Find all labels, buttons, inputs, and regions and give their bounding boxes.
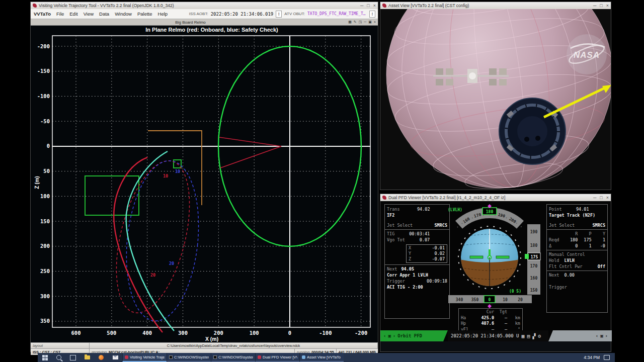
mail-button[interactable] [108,353,122,362]
next-tab-icon[interactable]: › [393,333,395,338]
asset-view-titlebar[interactable]: Asset View [VVTaTo 2.2 final] (CST confi… [380,2,611,9]
taskbar-button-asset-view[interactable]: Asset View [VVTaTo 3... [299,353,344,362]
nasa-logo: NASA [567,34,607,74]
prev-tab-icon[interactable]: ‹ [383,333,386,338]
app-icon [302,355,305,359]
hp-unit: km [507,321,520,327]
time-spinner[interactable]: ▲ ▼ [276,11,282,18]
menu-help[interactable]: Help [157,11,169,17]
menu-data[interactable]: Data [99,11,110,17]
minimize-icon[interactable]: ─ [593,196,596,200]
minimize-icon[interactable]: ─ [593,4,596,8]
task-view-button[interactable] [66,353,80,362]
asset-view-window: Asset View [VVTaTo 2.2 final] (CST confi… [380,2,611,190]
menu-palette[interactable]: Palette [137,11,153,17]
svg-text:300: 300 [178,330,188,336]
safety-trajectory-dashed [119,157,206,325]
restore-icon[interactable]: ▣ [368,20,372,24]
dual-pfd-title: Dual PFD Viewer [VVTaTo 2.2 final] [r1_4… [388,195,591,200]
curve-label-blue-20: 20 [169,261,174,266]
fcp-label: Flt Cntrl Pwr [549,263,583,269]
manual-control-label: Manual Control [549,251,585,257]
trigger-label: Trigger [387,278,405,284]
maximize-icon[interactable]: □ [600,4,602,8]
gear-icon[interactable]: ⚙ [538,333,541,339]
iss-aobt-value: 2022:05:20 21:34:06.019 [211,12,274,17]
detach-icon[interactable]: ◳ [359,20,362,24]
taskbar-button-cmd1[interactable]: C:\WINDOWS\system... [167,353,211,362]
layout-label: layout [31,343,90,348]
network-icon[interactable]: ▞ [533,333,536,339]
app-icon [125,355,128,359]
menu-file[interactable]: File [56,11,64,17]
approach-corridor-lines [219,137,281,168]
vvtato-titlebar[interactable]: Visiting Vehicle Trajectory Tool - VVTaT… [31,2,378,9]
point-label: Point [549,206,562,212]
search-button[interactable] [52,353,66,362]
obut-spinner[interactable]: ▲ ▼ [369,11,375,18]
taskbar-clock[interactable]: 4:34 PM [584,355,600,360]
next-tab-icon[interactable]: › [605,333,608,338]
spinner-down-icon[interactable]: ▼ [371,14,373,16]
calendar-icon[interactable]: ▦ [521,333,524,339]
display-icon[interactable]: ▤ [527,333,530,339]
search-icon [56,355,61,360]
close-icon[interactable]: × [606,196,609,200]
prev-tab-icon[interactable]: ‹ [596,333,598,338]
burn-panel: Trans 94.02 IF2 Jet Select SMRCS TIG 00:… [384,204,450,319]
close-icon[interactable]: × [373,4,376,8]
firefox-icon [99,355,104,360]
roll-tape: 340 350 0 10 20 [448,295,532,308]
menu-window[interactable]: Window [114,11,132,17]
menubar: VVTaTo File Edit View Data Window Palett… [31,9,378,19]
jet-select-label: Jet Select [549,222,575,228]
maximize-icon[interactable]: □ [600,196,602,200]
taskbar-button-vvtato[interactable]: Visiting Vehicle Trajec... [122,353,167,362]
trans-label: Trans [387,206,400,212]
nasa-logo-text: NASA [574,50,600,60]
next-label: Next [387,266,397,272]
spinner-down-icon[interactable]: ▼ [278,14,280,16]
minimize-icon[interactable]: ─ [364,20,366,24]
start-button[interactable] [38,353,52,362]
taskbar-button-dual-pfd[interactable]: Dual PFD Viewer [VVT... [255,353,299,362]
close-icon[interactable]: × [374,20,376,24]
file-explorer-button[interactable] [80,353,94,362]
windows-logo-icon [42,355,48,360]
orbit-pfd-tab[interactable]: ‹ ▣ › Orbit PFD [380,330,448,341]
big-board-relmo-titlebar[interactable]: Big Board Relmo ▦ ✎ ◳ ─ ▣ × [31,19,378,26]
delta-y: -0 [592,243,605,249]
plot-frame [52,36,370,327]
inner-window-title: Big Board Relmo [33,20,348,25]
pin-icon[interactable]: ▦ [348,20,352,24]
asset-3d-view[interactable]: NASA [380,9,611,190]
taskbar-button-cmd2[interactable]: C:\WINDOWS\system... [211,353,255,362]
next-label: Next [549,272,559,278]
z-axis-label: Z (m) [34,176,40,189]
svg-text:150: 150 [40,218,50,224]
taskbar-button-label: Visiting Vehicle Trajec... [130,355,165,359]
svg-text:300: 300 [40,293,50,299]
svg-text:-50: -50 [40,118,50,124]
onboard-trajectory-solid [114,157,163,332]
rpy-table: R P Y Reqd 180 175 1 Δ 0 1 -0 [549,231,605,249]
track-mode: Target Track (N2F) [549,212,595,218]
menu-vvtato[interactable]: VVTaTo [33,11,51,17]
vvtato-window-title: Visiting Vehicle Trajectory Tool - VVTaT… [39,3,358,8]
tig-label: TIG [387,231,394,237]
burn-mode: IF2 [387,212,394,218]
close-icon[interactable]: × [606,4,609,8]
next-pfd-tab[interactable]: ‹ ▣ › [548,330,612,341]
notification-icon[interactable] [604,355,610,360]
tig-value: 00:03:41 [409,231,430,237]
vgo-label: Vgo Tot [387,237,405,243]
menu-edit[interactable]: Edit [69,11,78,17]
edit-icon[interactable]: ✎ [354,20,357,24]
maximize-icon[interactable]: □ [367,4,369,8]
dual-pfd-titlebar[interactable]: Dual PFD Viewer [VVTaTo 2.2 final] [r1_4… [380,194,611,201]
reqd-label: Reqd [549,237,564,243]
plot-tick-labels: 6005004003002001000-100-200-200-150-100-… [37,43,368,336]
browser-button[interactable] [94,353,108,362]
menu-view[interactable]: View [83,11,94,17]
minimize-icon[interactable]: ─ [360,4,363,8]
